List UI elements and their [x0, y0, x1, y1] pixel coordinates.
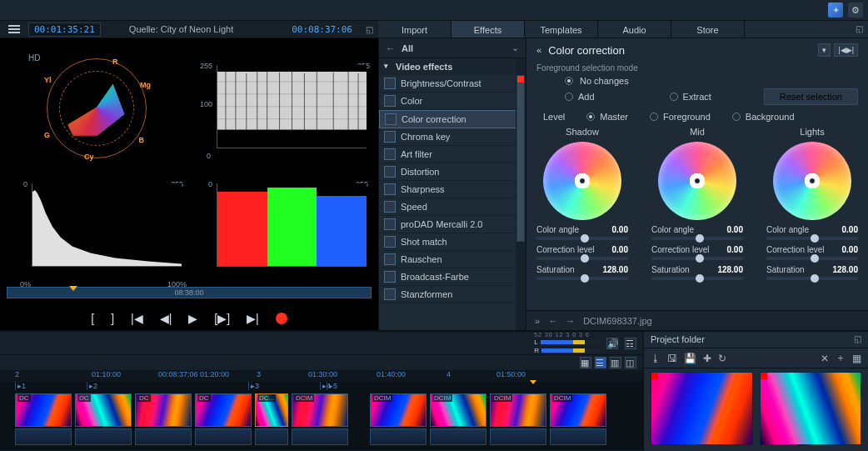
effect-item[interactable]: Stanzformen — [379, 286, 526, 303]
project-thumbnail[interactable] — [651, 372, 753, 445]
color-wheel[interactable] — [773, 142, 851, 220]
effect-item[interactable]: Shot match — [379, 233, 526, 251]
effect-item[interactable]: Brightness/Contrast — [379, 75, 526, 93]
skip-start-button[interactable]: |◀▶| — [834, 43, 858, 57]
prev-frame-button[interactable]: ◀| — [160, 312, 172, 325]
color-angle-slider[interactable] — [651, 237, 743, 240]
correction-value[interactable]: 0.00 — [612, 245, 628, 254]
view-detail-icon[interactable]: ◫ — [625, 357, 636, 368]
play-range-button[interactable]: [▶] — [214, 312, 230, 325]
color-angle-slider[interactable] — [766, 237, 858, 240]
effect-item[interactable]: Rauschen — [379, 251, 526, 268]
effect-item[interactable]: Art filter — [379, 146, 526, 163]
audio-clip[interactable] — [75, 428, 132, 445]
collapse-icon[interactable]: « — [536, 45, 541, 55]
settings-gear-icon[interactable]: ⚙ — [848, 3, 863, 18]
track-head[interactable]: ▸3 — [248, 382, 259, 390]
audio-clip[interactable] — [370, 428, 427, 445]
save-icon[interactable]: 💾 — [684, 353, 696, 364]
mark-out-button[interactable]: ] — [111, 312, 114, 325]
audio-clip[interactable] — [135, 428, 192, 445]
play-button[interactable]: ▶ — [188, 312, 197, 325]
path-fwd-icon[interactable]: → — [566, 316, 575, 326]
level-radio-master[interactable] — [586, 113, 595, 121]
color-wheel[interactable] — [543, 142, 621, 220]
view-grid-icon[interactable]: ▦ — [580, 357, 591, 368]
timeline-clip[interactable]: DC — [75, 393, 132, 427]
effect-item[interactable]: Sharpness — [379, 181, 526, 198]
popout-panel-icon[interactable]: ◱ — [851, 21, 868, 38]
scrollbar-thumb[interactable] — [516, 75, 525, 242]
timeline-clip[interactable]: DCIM — [550, 393, 606, 427]
color-wheel[interactable] — [658, 142, 736, 220]
correction-slider[interactable] — [651, 257, 743, 260]
effect-item[interactable]: Speed — [379, 198, 526, 216]
color-angle-slider[interactable] — [536, 237, 628, 240]
preset-dropdown[interactable]: ▾ — [818, 43, 831, 57]
effect-item[interactable]: Broadcast-Farbe — [379, 268, 526, 286]
playhead-icon[interactable] — [69, 286, 77, 291]
timeline-clip[interactable]: DC... — [255, 393, 288, 427]
audio-clip[interactable] — [195, 428, 252, 445]
project-thumbnail[interactable] — [760, 372, 862, 445]
project-popout-icon[interactable]: ◱ — [854, 334, 861, 345]
effect-item[interactable]: Color correction — [379, 110, 526, 128]
audio-clip[interactable] — [255, 428, 288, 445]
saturation-value[interactable]: 128.00 — [717, 265, 743, 274]
audio-clip[interactable] — [15, 428, 72, 445]
mode-radio-add[interactable] — [565, 93, 573, 101]
audio-clip[interactable] — [430, 428, 486, 445]
goto-end-button[interactable]: ▶| — [247, 312, 259, 325]
mixer-icon[interactable]: ☶ — [625, 338, 636, 349]
saturation-value[interactable]: 128.00 — [832, 265, 858, 274]
timeline-clip[interactable]: DC — [135, 393, 192, 427]
effect-item[interactable]: proDAD Mercalli 2.0 — [379, 216, 526, 233]
timeline-clip[interactable]: DC — [15, 393, 72, 427]
timeline-ruler[interactable]: 00:08:37:06201:10:0001:20:00301:30:0001:… — [0, 370, 643, 382]
audio-clip[interactable] — [490, 428, 546, 445]
track-head[interactable]: ▸5 — [327, 382, 337, 390]
folder-icon[interactable]: 🖫 — [667, 353, 677, 364]
goto-start-button[interactable]: |◀ — [131, 312, 143, 325]
back-arrow-icon[interactable]: ← — [386, 43, 395, 53]
color-angle-value[interactable]: 0.00 — [842, 225, 858, 234]
color-angle-value[interactable]: 0.00 — [727, 225, 743, 234]
plus-icon[interactable]: ＋ — [836, 351, 846, 365]
timeline-clip[interactable]: DC — [195, 393, 252, 427]
saturation-slider[interactable] — [766, 277, 858, 280]
magic-wand-icon[interactable]: ✦ — [828, 3, 843, 18]
effect-item[interactable]: Distortion — [379, 163, 526, 181]
correction-slider[interactable] — [766, 257, 858, 260]
audio-clip[interactable] — [292, 428, 348, 445]
effect-item[interactable]: Color — [379, 93, 526, 110]
tab-templates[interactable]: Templates — [525, 21, 598, 38]
track-head[interactable]: ▸1 — [15, 382, 26, 390]
timeline-clip[interactable]: DCIM — [490, 393, 546, 427]
menu-icon[interactable] — [8, 25, 20, 33]
refresh-icon[interactable]: ↻ — [718, 353, 726, 364]
tab-effects[interactable]: Effects — [451, 21, 525, 38]
effects-category[interactable]: Video effects — [379, 58, 526, 75]
speaker-icon[interactable]: 🔊 — [606, 338, 618, 349]
scrollbar[interactable] — [516, 58, 526, 330]
mode-radio-extract[interactable] — [670, 93, 678, 101]
path-up-icon[interactable]: » — [535, 316, 540, 326]
tab-store[interactable]: Store — [671, 21, 745, 38]
chevron-down-icon[interactable]: ⌄ — [511, 43, 519, 53]
close-icon[interactable]: ✕ — [821, 353, 829, 364]
grid-icon[interactable]: ▦ — [852, 353, 861, 364]
tab-import[interactable]: Import — [378, 21, 451, 38]
timecode-in[interactable]: 00:01:35:21 — [28, 23, 101, 37]
color-angle-value[interactable]: 0.00 — [612, 225, 628, 234]
mode-radio-nochanges[interactable] — [565, 77, 573, 85]
path-back-icon[interactable]: ← — [548, 316, 557, 326]
track-head[interactable]: ▸2 — [87, 382, 97, 390]
view-list-icon[interactable]: ☰ — [595, 357, 606, 368]
timeline-marker-icon[interactable] — [530, 380, 536, 384]
correction-value[interactable]: 0.00 — [727, 245, 743, 254]
correction-value[interactable]: 0.00 — [842, 245, 858, 254]
import-icon[interactable]: ⭳ — [651, 353, 661, 364]
view-thumb-icon[interactable]: ▥ — [610, 357, 621, 368]
timeline-clip[interactable]: DCIM — [292, 393, 348, 427]
saturation-value[interactable]: 128.00 — [602, 265, 628, 274]
